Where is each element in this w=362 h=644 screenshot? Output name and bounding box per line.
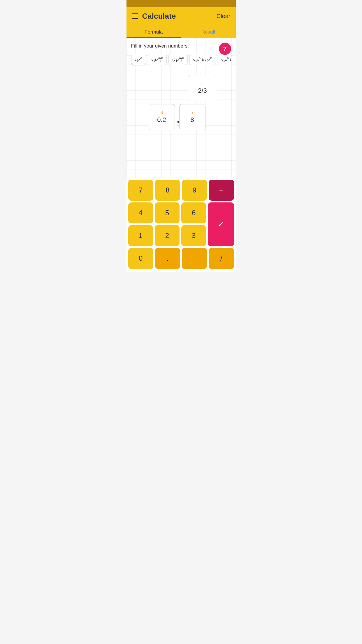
hamburger-icon[interactable] [132, 13, 138, 19]
help-button[interactable]: ? [219, 43, 231, 55]
formula-selector: c1xa c1(xa)b (c1xa)b c1xa ± c2xb c1xa ± … [131, 54, 231, 66]
key-0[interactable]: 0 [128, 248, 153, 269]
tabs-bar: Formula Result [126, 25, 236, 38]
formula-chip-c1xapc2yb[interactable]: c1xa ± c2yb [218, 54, 231, 65]
key-6[interactable]: 6 [181, 202, 206, 223]
keyboard-rows-2-3-combined: 456123✓ [128, 202, 234, 246]
key-5[interactable]: 5 [155, 202, 180, 223]
input-box-x[interactable]: x 8 [179, 104, 205, 130]
fill-label: Fill in your given numbers: [131, 43, 231, 49]
main-content: Fill in your given numbers: ? c1xa c1(xa… [126, 38, 236, 178]
input-label-a: a [201, 82, 203, 86]
app-title: Calculate [142, 12, 176, 21]
input-label-c1: c1 [160, 111, 164, 115]
tab-result[interactable]: Result [181, 25, 236, 38]
key-minus[interactable]: - [182, 248, 207, 269]
key-1[interactable]: 1 [128, 225, 153, 246]
clear-button[interactable]: Clear [217, 13, 231, 20]
input-box-a[interactable]: a 2/3 [188, 75, 217, 101]
formula-chip-c1xab2[interactable]: (c1xa)b [168, 54, 188, 65]
tab-formula[interactable]: Formula [126, 25, 181, 38]
key-8[interactable]: 8 [155, 180, 180, 201]
key-4[interactable]: 4 [128, 202, 153, 223]
key-dot[interactable]: . [155, 248, 180, 269]
input-value-c1: 0.2 [157, 116, 166, 124]
formula-chip-c1xab[interactable]: c1(xa)b [148, 54, 167, 65]
key-confirm[interactable]: ✓ [208, 202, 234, 246]
key-slash[interactable]: / [209, 248, 234, 269]
header-left: Calculate [132, 12, 176, 21]
status-bar [126, 0, 236, 7]
input-label-x: x [191, 111, 193, 115]
input-box-c1[interactable]: c1 0.2 [149, 104, 175, 130]
formula-chip-c1xa[interactable]: c1xa [131, 54, 146, 65]
formula-chip-c1xapc2xb[interactable]: c1xa ± c2xb [189, 54, 216, 65]
keyboard: 7 8 9 ← 456123✓ 0 . - / [126, 178, 236, 272]
key-9[interactable]: 9 [182, 180, 207, 201]
formula-display: a 2/3 c1 0.2 • x 8 [131, 72, 231, 154]
key-backspace[interactable]: ← [209, 180, 234, 201]
key-7[interactable]: 7 [128, 180, 153, 201]
input-value-x: 8 [190, 116, 194, 124]
backspace-icon: ← [218, 186, 224, 194]
keyboard-row-4: 0 . - / [128, 248, 234, 269]
key-2[interactable]: 2 [155, 225, 180, 246]
key-3[interactable]: 3 [181, 225, 206, 246]
input-value-a: 2/3 [198, 87, 207, 94]
keyboard-row-1: 7 8 9 ← [128, 180, 234, 201]
header: Calculate Clear [126, 7, 236, 25]
